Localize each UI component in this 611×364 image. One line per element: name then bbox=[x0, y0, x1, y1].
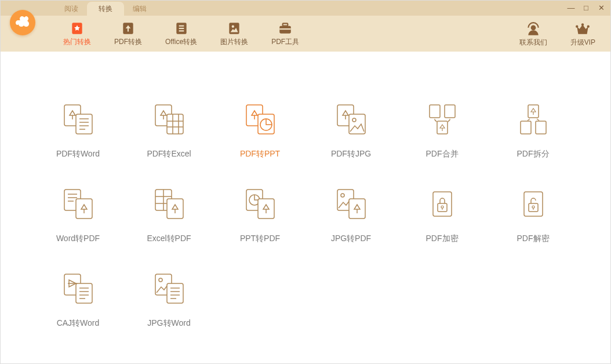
svg-rect-3 bbox=[179, 25, 184, 26]
tab-read[interactable]: 阅读 bbox=[53, 2, 90, 16]
func-label: CAJ转Word bbox=[57, 318, 100, 329]
crown-icon bbox=[575, 21, 590, 37]
svg-rect-74 bbox=[76, 283, 92, 303]
svg-point-80 bbox=[159, 278, 162, 282]
main-content: PDF转Word PDF转Excel PDF转PPT PDF转JPG PDF合并… bbox=[1, 52, 610, 329]
close-button[interactable]: ✕ bbox=[597, 3, 606, 12]
func-label: PDF转Word bbox=[56, 149, 100, 159]
top-tabs-bar: 阅读 转换 编辑 — □ ✕ bbox=[1, 1, 610, 16]
svg-rect-44 bbox=[536, 121, 546, 134]
func-label: Word转PDF bbox=[56, 234, 100, 244]
func-pdf2word[interactable]: PDF转Word bbox=[41, 104, 115, 159]
svg-rect-17 bbox=[76, 114, 92, 134]
function-grid: PDF转Word PDF转Excel PDF转PPT PDF转JPG PDF合并… bbox=[41, 104, 570, 329]
svg-rect-55 bbox=[167, 199, 183, 219]
func-ppt2pdf[interactable]: PPT转PDF bbox=[223, 188, 297, 244]
func-pdf2jpg[interactable]: PDF转JPG bbox=[314, 104, 388, 159]
minimize-button[interactable]: — bbox=[566, 3, 576, 12]
svg-rect-10 bbox=[279, 28, 291, 30]
svg-point-11 bbox=[530, 26, 536, 31]
app-logo[interactable] bbox=[10, 10, 35, 35]
toolbar-label: 联系我们 bbox=[519, 38, 547, 48]
tab-convert[interactable]: 转换 bbox=[87, 2, 124, 16]
toolbar-label: PDF工具 bbox=[271, 37, 299, 47]
toolbar-label: 升级VIP bbox=[570, 38, 595, 48]
func-label: PDF解密 bbox=[517, 234, 550, 244]
svg-rect-49 bbox=[76, 199, 92, 219]
pdf2word-icon bbox=[62, 104, 94, 135]
pdfsplit-icon bbox=[517, 104, 550, 135]
pdfencrypt-icon bbox=[426, 188, 459, 220]
toolbar-vip[interactable]: 升级VIP bbox=[565, 19, 601, 50]
func-pdfdecrypt[interactable]: PDF解密 bbox=[496, 188, 570, 244]
svg-rect-59 bbox=[258, 199, 274, 219]
svg-rect-35 bbox=[349, 114, 365, 134]
pdf-convert-icon bbox=[121, 21, 136, 36]
svg-point-67 bbox=[441, 206, 443, 208]
func-label: JPG转Word bbox=[147, 318, 190, 329]
pdfmerge-icon bbox=[426, 104, 459, 135]
func-label: PPT转PDF bbox=[240, 234, 280, 244]
func-pdf2ppt[interactable]: PDF转PPT bbox=[223, 104, 297, 159]
svg-rect-4 bbox=[179, 27, 184, 28]
svg-rect-5 bbox=[179, 30, 184, 31]
svg-point-13 bbox=[581, 23, 584, 26]
headset-icon bbox=[526, 21, 541, 37]
toolbar-right: 联系我们 升级VIP bbox=[514, 19, 601, 50]
svg-rect-43 bbox=[521, 121, 531, 134]
func-caj2word[interactable]: CAJ转Word bbox=[41, 273, 115, 329]
func-excel2pdf[interactable]: Excel转PDF bbox=[132, 188, 206, 244]
toolbar-label: 热门转换 bbox=[63, 37, 91, 47]
jpg2word-icon bbox=[153, 273, 186, 304]
office-convert-icon bbox=[174, 21, 189, 36]
pdf2jpg-icon bbox=[335, 104, 368, 135]
tab-edit[interactable]: 编辑 bbox=[121, 2, 158, 16]
svg-point-71 bbox=[532, 206, 534, 208]
svg-rect-65 bbox=[433, 192, 452, 216]
toolbar-label: PDF转换 bbox=[114, 37, 142, 47]
pdf2excel-icon bbox=[153, 104, 186, 135]
func-jpg2pdf[interactable]: JPG转PDF bbox=[314, 188, 388, 244]
toolbar-image-convert[interactable]: 图片转换 bbox=[209, 19, 260, 49]
pdf2ppt-icon bbox=[244, 104, 277, 135]
func-label: Excel转PDF bbox=[147, 234, 191, 244]
toolbar-hot-convert[interactable]: 热门转换 bbox=[52, 19, 103, 49]
svg-rect-6 bbox=[229, 23, 239, 34]
excel2pdf-icon bbox=[153, 188, 186, 220]
func-word2pdf[interactable]: Word转PDF bbox=[41, 188, 115, 244]
svg-rect-24 bbox=[167, 114, 183, 134]
image-convert-icon bbox=[227, 21, 242, 36]
toolbar-contact[interactable]: 联系我们 bbox=[514, 19, 553, 50]
pdfdecrypt-icon bbox=[517, 188, 550, 220]
svg-point-14 bbox=[587, 26, 590, 28]
svg-rect-37 bbox=[430, 105, 440, 118]
func-label: PDF合并 bbox=[426, 149, 459, 159]
window-controls: — □ ✕ bbox=[566, 3, 606, 12]
svg-rect-38 bbox=[445, 105, 455, 118]
svg-rect-66 bbox=[438, 203, 447, 212]
func-label: PDF转Excel bbox=[147, 149, 191, 159]
func-pdf2excel[interactable]: PDF转Excel bbox=[132, 104, 206, 159]
maximize-button[interactable]: □ bbox=[581, 3, 591, 12]
func-label: PDF转JPG bbox=[331, 149, 371, 159]
toolbar-pdf-tool[interactable]: PDF工具 bbox=[260, 19, 311, 49]
toolbox-icon bbox=[278, 21, 293, 36]
svg-rect-9 bbox=[283, 23, 288, 26]
word2pdf-icon bbox=[62, 188, 94, 220]
svg-rect-81 bbox=[167, 283, 183, 303]
toolbar-items: 热门转换 PDF转换 Office转换 图片转换 PDF工具 bbox=[52, 19, 311, 49]
jpg2pdf-icon bbox=[335, 188, 368, 220]
main-toolbar: 热门转换 PDF转换 Office转换 图片转换 PDF工具 联系我们 升级VI… bbox=[1, 16, 610, 52]
func-pdfencrypt[interactable]: PDF加密 bbox=[405, 188, 479, 244]
svg-point-62 bbox=[341, 194, 344, 197]
func-label: PDF拆分 bbox=[517, 149, 550, 159]
toolbar-pdf-convert[interactable]: PDF转换 bbox=[103, 19, 154, 49]
svg-point-12 bbox=[576, 26, 578, 28]
func-pdfmerge[interactable]: PDF合并 bbox=[405, 104, 479, 159]
svg-rect-70 bbox=[529, 203, 538, 212]
func-jpg2word[interactable]: JPG转Word bbox=[132, 273, 206, 329]
func-pdfsplit[interactable]: PDF拆分 bbox=[496, 104, 570, 159]
func-label: JPG转PDF bbox=[331, 234, 371, 244]
toolbar-office-convert[interactable]: Office转换 bbox=[154, 19, 209, 49]
svg-rect-69 bbox=[524, 192, 543, 216]
